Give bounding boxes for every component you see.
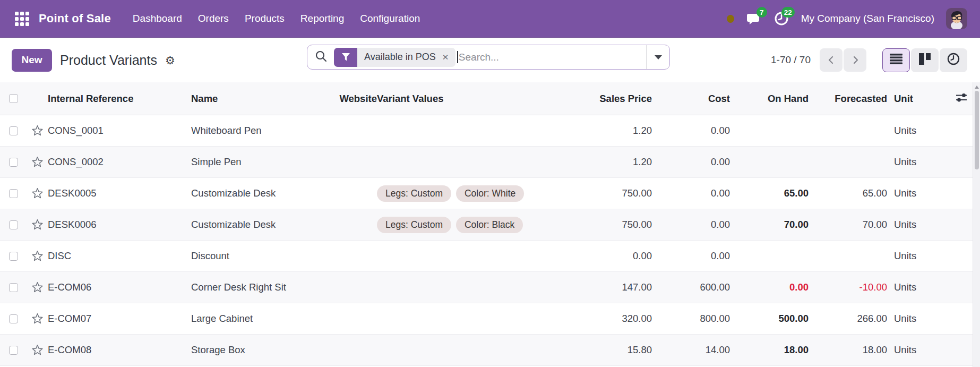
cell-on-hand: 70.00 — [730, 219, 809, 231]
cell-cost: 600.00 — [652, 281, 730, 293]
favorite-cell — [27, 156, 48, 168]
apps-grid-icon[interactable] — [15, 12, 29, 26]
table-row[interactable]: DESK0006Customizable DeskLegs: CustomCol… — [0, 209, 980, 241]
row-checkbox[interactable] — [9, 252, 18, 261]
table-row[interactable]: CONS_0001Whiteboard Pen1.200.00Units — [0, 115, 980, 147]
cell-cost: 0.00 — [652, 219, 730, 231]
star-icon[interactable] — [31, 125, 44, 136]
row-checkbox[interactable] — [9, 158, 18, 167]
table-row[interactable]: E-COM08Storage Box15.8014.0018.0018.00Un… — [0, 335, 980, 366]
main-menu: DashboardOrdersProductsReportingConfigur… — [127, 8, 426, 29]
search-facet[interactable]: Available in POS ✕ — [334, 48, 455, 67]
star-icon[interactable] — [31, 344, 44, 356]
user-avatar[interactable] — [946, 8, 967, 29]
menu-item-reporting[interactable]: Reporting — [295, 8, 350, 29]
select-all-checkbox[interactable] — [9, 94, 18, 103]
kanban-view-button[interactable] — [911, 48, 939, 72]
column-header-forecasted[interactable]: Forecasted — [809, 93, 887, 105]
favorite-cell — [27, 281, 48, 293]
cell-internal-reference: E-COM07 — [48, 313, 191, 325]
row-checkbox[interactable] — [9, 283, 18, 292]
favorite-cell — [27, 125, 48, 136]
star-icon[interactable] — [31, 219, 44, 231]
action-gear-icon[interactable]: ⚙ — [165, 55, 175, 66]
navbar-right: 7 22 My Company (San Francisco) — [727, 8, 967, 29]
star-icon[interactable] — [31, 250, 44, 262]
column-header-name[interactable]: Name — [191, 93, 329, 105]
kanban-view-icon — [918, 53, 931, 67]
row-checkbox[interactable] — [9, 189, 18, 198]
row-select-cell — [0, 314, 27, 323]
table-row[interactable]: E-COM06Corner Desk Right Sit147.00600.00… — [0, 272, 980, 303]
cell-name: Customizable Desk — [191, 219, 329, 231]
table-row[interactable]: DISCDiscount0.000.00Units — [0, 241, 980, 272]
menu-item-dashboard[interactable]: Dashboard — [127, 8, 188, 29]
cell-internal-reference: DESK0005 — [48, 187, 191, 199]
view-switcher — [882, 48, 967, 72]
row-checkbox[interactable] — [9, 126, 18, 135]
search-dropdown-toggle[interactable] — [646, 45, 669, 69]
chevron-down-icon — [655, 55, 662, 59]
cell-sales-price: 750.00 — [547, 219, 652, 231]
column-header-internal-reference[interactable]: Internal Reference — [48, 93, 191, 105]
cell-name: Simple Pen — [191, 156, 329, 168]
row-checkbox[interactable] — [9, 346, 18, 355]
list-view-icon — [889, 53, 903, 67]
cell-on-hand: 0.00 — [730, 281, 809, 293]
column-header-unit[interactable]: Unit — [887, 93, 948, 105]
menu-item-products[interactable]: Products — [239, 8, 290, 29]
cell-sales-price: 15.80 — [547, 344, 652, 356]
column-header-sales-price[interactable]: Sales Price — [547, 93, 652, 105]
table-row[interactable]: E-COM07Large Cabinet320.00800.00500.0026… — [0, 303, 980, 335]
cell-cost: 0.00 — [652, 187, 730, 199]
menu-item-orders[interactable]: Orders — [192, 8, 235, 29]
star-icon[interactable] — [31, 313, 44, 325]
row-checkbox[interactable] — [9, 314, 18, 323]
favorite-cell — [27, 219, 48, 231]
vertical-scrollbar[interactable] — [973, 82, 980, 367]
column-header-on-hand[interactable]: On Hand — [730, 93, 809, 105]
variant-badge: Legs: Custom — [377, 217, 451, 233]
cell-on-hand: 18.00 — [730, 344, 809, 356]
app-title[interactable]: Point of Sale — [39, 12, 111, 25]
cell-internal-reference: CONS_0001 — [48, 125, 191, 136]
column-header-variant-values[interactable]: Variant Values — [377, 93, 547, 105]
cell-forecasted: 70.00 — [809, 219, 887, 231]
activities-badge: 22 — [781, 7, 795, 18]
row-checkbox[interactable] — [9, 220, 18, 229]
page: Point of Sale DashboardOrdersProductsRep… — [0, 0, 980, 367]
facet-remove-icon[interactable]: ✕ — [442, 53, 449, 62]
cell-internal-reference: DISC — [48, 250, 191, 262]
list-view-button[interactable] — [882, 48, 910, 72]
cell-internal-reference: E-COM06 — [48, 281, 191, 293]
cell-sales-price: 320.00 — [547, 313, 652, 325]
new-button[interactable]: New — [12, 49, 52, 72]
table-row[interactable]: CONS_0002Simple Pen1.200.00Units — [0, 147, 980, 178]
activities-button[interactable]: 22 — [773, 11, 789, 27]
cell-internal-reference: DESK0006 — [48, 219, 191, 231]
scrollbar-thumb[interactable] — [975, 91, 979, 169]
activity-view-button[interactable] — [940, 48, 967, 72]
scrollbar-up-arrow-icon[interactable] — [975, 86, 979, 89]
pager-previous-button[interactable] — [820, 48, 843, 72]
messages-button[interactable]: 7 — [746, 11, 762, 27]
cell-cost: 14.00 — [652, 344, 730, 356]
star-icon[interactable] — [31, 187, 44, 199]
table-row[interactable]: DESK0005Customizable DeskLegs: CustomCol… — [0, 178, 980, 209]
cell-sales-price: 147.00 — [547, 281, 652, 293]
cell-forecasted: -10.00 — [809, 281, 887, 293]
company-switcher[interactable]: My Company (San Francisco) — [801, 13, 934, 24]
status-dot-icon — [727, 15, 734, 23]
favorite-cell — [27, 250, 48, 262]
column-header-website[interactable]: Website — [329, 93, 377, 105]
row-select-cell — [0, 189, 27, 198]
search-bar: Available in POS ✕ — [307, 45, 670, 70]
cell-unit: Units — [887, 281, 948, 293]
menu-item-configuration[interactable]: Configuration — [354, 8, 426, 29]
favorite-cell — [27, 344, 48, 356]
star-icon[interactable] — [31, 281, 44, 293]
pager-next-button[interactable] — [844, 48, 866, 72]
search-input[interactable] — [458, 52, 646, 63]
column-header-cost[interactable]: Cost — [652, 93, 730, 105]
star-icon[interactable] — [31, 156, 44, 168]
